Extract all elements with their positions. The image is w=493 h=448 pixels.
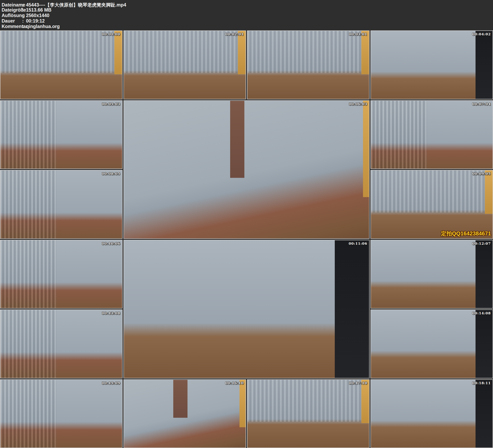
video-thumbnail: 00:08:05 [0, 170, 123, 239]
metadata-label: Auflösung [2, 13, 21, 18]
timestamp-overlay: 00:11:06 [348, 241, 367, 246]
video-thumbnail: 00:16:10 [123, 379, 246, 448]
video-thumbnail-large: 00:06:03 [123, 100, 370, 239]
video-thumbnail: 00:01:00 [0, 31, 123, 99]
timestamp-overlay: 00:17:10 [348, 381, 367, 385]
metadata-row-filesize: Dateigröße : 1513.66 MB [2, 7, 493, 13]
timestamp-overlay: 00:02:01 [225, 32, 244, 36]
timestamp-overlay: 00:07:04 [472, 102, 491, 106]
video-thumbnail-large: 00:11:06 [123, 240, 370, 378]
video-thumbnail: 00:13:08 [0, 310, 123, 378]
filesize-value: 1513.66 MB [26, 7, 51, 13]
timestamp-overlay: 00:08:05 [101, 172, 120, 176]
timestamp-overlay: 00:13:08 [101, 311, 120, 315]
video-thumbnail: 00:05:03 [0, 100, 123, 169]
video-thumbnail: 00:07:04 [370, 100, 493, 169]
metadata-label: Dauer [2, 18, 21, 24]
video-thumbnail: 00:02:01 [123, 31, 246, 99]
video-thumbnail: 00:03:01 [247, 31, 370, 99]
metadata-row-filename: Dateiname : 45443----【李大侠原创】晓琴老虎凳夹脚趾.mp4 [2, 2, 493, 7]
timestamp-overlay: 00:09:05 [472, 172, 491, 176]
file-metadata-header: Dateiname : 45443----【李大侠原创】晓琴老虎凳夹脚趾.mp4… [0, 0, 493, 31]
video-thumbnail: 00:17:10 [247, 379, 370, 448]
timestamp-overlay: 00:03:01 [348, 32, 367, 36]
metadata-separator: : [21, 18, 25, 24]
video-thumbnail: 00:04:02 [370, 31, 493, 99]
duration-value: 00:19:12 [26, 18, 45, 24]
video-thumbnail: 00:14:08 [370, 310, 493, 378]
video-thumbnail: 00:15:09 [0, 379, 123, 448]
metadata-separator: : [21, 13, 25, 18]
timestamp-overlay: 00:14:08 [472, 311, 491, 315]
metadata-separator: : [21, 2, 25, 8]
video-thumbnail: 00:10:06 [0, 240, 123, 309]
qq-watermark: 定拍QQ1642384671 [441, 230, 491, 237]
video-thumbnail: 00:09:05 定拍QQ1642384671 [370, 170, 493, 239]
metadata-separator: : [21, 24, 25, 29]
timestamp-overlay: 00:04:02 [472, 32, 491, 36]
metadata-label: Dateiname [2, 2, 21, 8]
timestamp-overlay: 00:05:03 [101, 102, 120, 106]
timestamp-overlay: 00:18:11 [472, 381, 491, 385]
video-thumbnail: 00:18:11 [370, 379, 493, 448]
comment-value: qinglanhua.org [26, 24, 60, 29]
metadata-row-comment: Kommentar : qinglanhua.org [2, 24, 493, 29]
thumbnail-grid: 00:01:00 00:02:01 00:03:01 00:04:02 00:0… [0, 31, 493, 448]
metadata-label: Kommentar [2, 24, 21, 29]
resolution-value: 2560x1440 [26, 13, 49, 18]
timestamp-overlay: 00:16:10 [225, 381, 244, 385]
metadata-separator: : [21, 7, 25, 13]
metadata-label: Dateigröße [2, 7, 21, 13]
timestamp-overlay: 00:12:07 [472, 241, 491, 246]
timestamp-overlay: 00:06:03 [348, 102, 367, 106]
timestamp-overlay: 00:15:09 [101, 381, 120, 385]
metadata-row-duration: Dauer : 00:19:12 [2, 18, 493, 24]
metadata-row-resolution: Auflösung : 2560x1440 [2, 13, 493, 18]
video-thumbnail: 00:12:07 [370, 240, 493, 309]
timestamp-overlay: 00:01:00 [101, 32, 120, 36]
timestamp-overlay: 00:10:06 [101, 241, 120, 246]
